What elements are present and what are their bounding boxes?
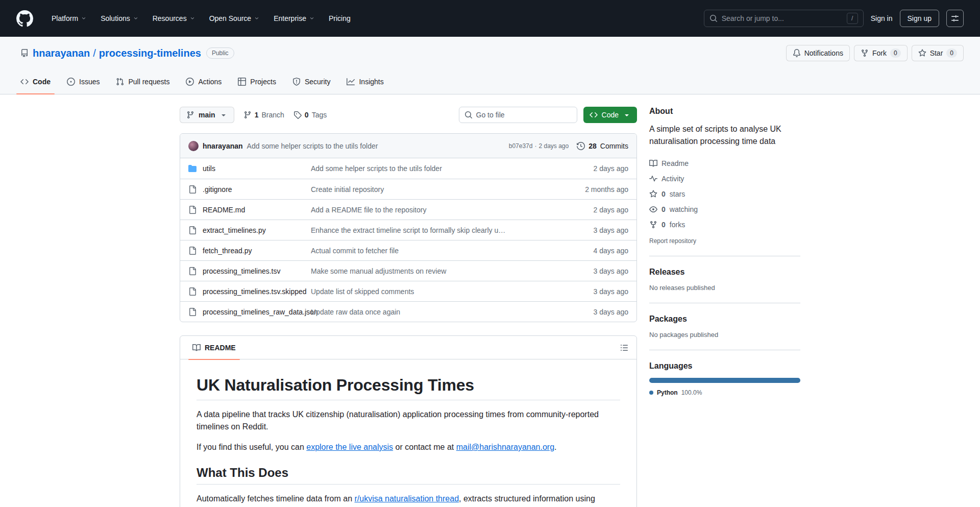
forks-link[interactable]: 0 forks xyxy=(649,217,800,232)
file-commit-message[interactable]: Make some manual adjustments on review xyxy=(311,267,572,275)
file-link[interactable]: .gitignore xyxy=(188,185,311,194)
file-icon xyxy=(188,287,197,296)
tab-security[interactable]: Security xyxy=(284,69,339,94)
mail-link[interactable]: mail@harishnarayanan.org xyxy=(456,443,554,451)
tags-link[interactable]: 0 Tags xyxy=(293,111,327,119)
appearance-settings-button[interactable] xyxy=(946,10,964,27)
live-analysis-link[interactable]: explore the live analysis xyxy=(306,443,393,451)
tag-count: 0 xyxy=(305,111,309,119)
repo-owner-link[interactable]: hnarayanan xyxy=(33,47,90,59)
file-icon xyxy=(188,185,197,194)
app-header: Platform Solutions Resources Open Source… xyxy=(0,0,980,37)
stars-link[interactable]: 0 stars xyxy=(649,186,800,202)
nav-resources[interactable]: Resources xyxy=(145,10,202,27)
tab-pull-requests[interactable]: Pull requests xyxy=(108,69,178,94)
table-row: extract_timelines.py Enhance the extract… xyxy=(180,220,636,240)
readme-title: UK Naturalisation Processing Times xyxy=(197,376,620,400)
fork-button[interactable]: Fork 0 xyxy=(854,45,908,61)
repo-titlebar: hnarayanan / processing-timelines Public… xyxy=(0,45,980,61)
fork-icon xyxy=(861,49,869,57)
file-commit-message[interactable]: Create initial repository xyxy=(311,185,572,194)
global-search-input[interactable] xyxy=(722,14,843,22)
watching-link[interactable]: 0 watching xyxy=(649,202,800,217)
branch-selector[interactable]: main xyxy=(180,107,234,123)
packages-section: Packages No packages published xyxy=(649,303,800,339)
tab-code[interactable]: Code xyxy=(12,69,59,94)
file-link[interactable]: README.md xyxy=(188,206,311,214)
eye-icon xyxy=(649,205,657,213)
github-logo-icon[interactable] xyxy=(16,10,33,27)
book-icon xyxy=(649,159,657,167)
ukvisa-thread-link[interactable]: r/ukvisa naturalisation thread xyxy=(354,494,459,503)
chevron-down-icon xyxy=(309,16,314,21)
language-bar[interactable] xyxy=(649,378,800,383)
nav-platform[interactable]: Platform xyxy=(44,10,93,27)
commit-sha-time: b07e37d · 2 days ago xyxy=(509,142,569,150)
code-dropdown-button[interactable]: Code xyxy=(583,107,637,123)
tab-insights-label: Insights xyxy=(359,78,383,86)
tab-projects-label: Projects xyxy=(250,78,276,86)
nav-pricing[interactable]: Pricing xyxy=(322,10,358,27)
repo-actions: Notifications Fork 0 Star 0 xyxy=(786,45,964,61)
repo-title: hnarayanan / processing-timelines xyxy=(33,47,201,59)
file-commit-message[interactable]: Actual commit to fetcher file xyxy=(311,247,572,255)
global-search[interactable]: / xyxy=(704,10,864,27)
tag-count-label: Tags xyxy=(312,111,327,119)
file-commit-message[interactable]: Update list of skipped comments xyxy=(311,287,572,296)
commit-author-link[interactable]: hnarayanan xyxy=(203,142,243,150)
star-label: Star xyxy=(930,49,943,57)
file-icon xyxy=(188,267,197,275)
file-link[interactable]: utils xyxy=(188,164,311,173)
tab-actions[interactable]: Actions xyxy=(178,69,230,94)
avatar[interactable] xyxy=(188,141,199,151)
language-python[interactable]: Python 100.0% xyxy=(649,389,800,396)
sign-in-link[interactable]: Sign in xyxy=(871,14,893,22)
file-commit-message[interactable]: Update raw data once again xyxy=(311,308,572,316)
activity-link[interactable]: Activity xyxy=(649,171,800,186)
file-commit-message[interactable]: Enhance the extract timeline script to f… xyxy=(311,226,572,234)
readme-paragraph: Automatically fetches timeline data from… xyxy=(197,493,620,505)
file-link[interactable]: fetch_thread.py xyxy=(188,247,311,255)
repo-name-link[interactable]: processing-timelines xyxy=(99,47,201,59)
sign-up-button[interactable]: Sign up xyxy=(900,10,939,27)
commit-message-link[interactable]: Add some helper scripts to the utils fol… xyxy=(247,142,378,150)
tab-issues[interactable]: Issues xyxy=(59,69,108,94)
file-commit-message[interactable]: Add a README file to the repository xyxy=(311,206,572,214)
readme-link[interactable]: Readme xyxy=(649,156,800,171)
code-icon xyxy=(590,111,598,119)
tab-insights[interactable]: Insights xyxy=(338,69,391,94)
nav-enterprise[interactable]: Enterprise xyxy=(266,10,322,27)
readme-paragraph: If you find this useful, you can explore… xyxy=(197,441,620,453)
latest-commit-bar: hnarayanan Add some helper scripts to th… xyxy=(180,134,636,158)
file-name: README.md xyxy=(203,206,245,214)
file-link[interactable]: processing_timelines_raw_data.json xyxy=(188,308,311,316)
file-commit-date: 2 days ago xyxy=(572,164,628,173)
go-to-file-box[interactable] xyxy=(459,107,577,123)
nav-open-source[interactable]: Open Source xyxy=(202,10,267,27)
outline-button[interactable] xyxy=(616,340,632,356)
shield-icon xyxy=(292,78,301,86)
go-to-file-input[interactable] xyxy=(476,111,572,119)
languages-section: Languages Python 100.0% xyxy=(649,350,800,396)
branches-link[interactable]: 1 Branch xyxy=(243,111,284,119)
table-row: processing_timelines.tsv Make some manua… xyxy=(180,260,636,281)
toolbar-right: Code xyxy=(459,107,637,123)
branch-name: main xyxy=(199,111,215,119)
ref-stats: 1 Branch 0 Tags xyxy=(243,111,327,119)
star-button[interactable]: Star 0 xyxy=(912,45,964,61)
pull-request-icon xyxy=(116,78,124,86)
commit-history-link[interactable]: 28 Commits xyxy=(577,142,628,150)
folder-icon xyxy=(188,164,197,173)
language-name: Python xyxy=(657,389,678,396)
tab-projects[interactable]: Projects xyxy=(230,69,284,94)
report-repository-link[interactable]: Report repository xyxy=(649,237,696,245)
commit-sha[interactable]: b07e37d xyxy=(509,142,533,150)
file-link[interactable]: processing_timelines.tsv.skipped xyxy=(188,287,311,296)
readme-tab[interactable]: README xyxy=(184,336,244,359)
forks-label: forks xyxy=(670,221,685,229)
notifications-button[interactable]: Notifications xyxy=(786,45,850,61)
nav-solutions[interactable]: Solutions xyxy=(93,10,145,27)
file-commit-message[interactable]: Add some helper scripts to the utils fol… xyxy=(311,164,572,173)
file-link[interactable]: extract_timelines.py xyxy=(188,226,311,234)
file-link[interactable]: processing_timelines.tsv xyxy=(188,267,311,275)
